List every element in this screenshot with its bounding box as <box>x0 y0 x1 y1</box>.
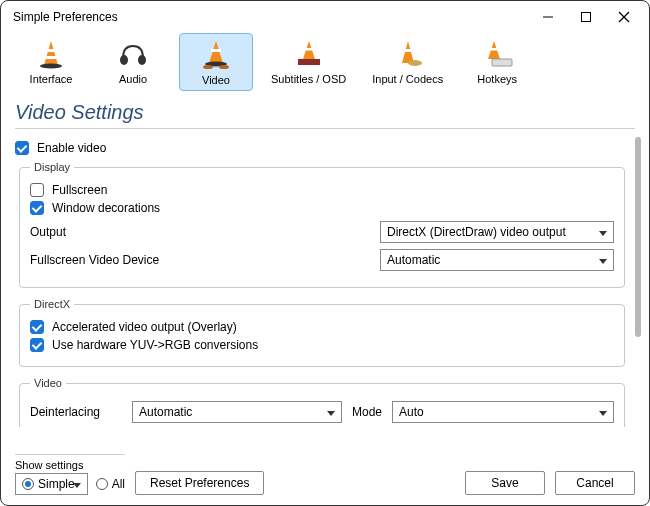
tab-audio[interactable]: Audio <box>97 33 169 91</box>
svg-rect-17 <box>298 59 320 65</box>
footer: Show settings Simple All Reset Preferenc… <box>1 448 649 505</box>
checkbox-label: Use hardware YUV->RGB conversions <box>52 338 258 352</box>
svg-rect-16 <box>305 48 313 51</box>
svg-rect-22 <box>490 48 498 51</box>
fullscreen-device-select[interactable]: Automatic <box>380 249 614 271</box>
tab-label: Video <box>202 74 230 86</box>
svg-point-9 <box>138 55 146 65</box>
svg-rect-19 <box>404 49 412 52</box>
output-label: Output <box>30 225 370 239</box>
cone-icon <box>23 37 79 71</box>
svg-marker-4 <box>44 41 58 65</box>
checkbox-label: Enable video <box>37 141 106 155</box>
tab-label: Hotkeys <box>477 73 517 85</box>
scrollbar[interactable] <box>635 137 641 337</box>
svg-point-20 <box>408 60 422 66</box>
svg-rect-23 <box>492 59 512 66</box>
tab-label: Subtitles / OSD <box>271 73 346 85</box>
svg-rect-1 <box>582 13 591 22</box>
fullscreen-device-label: Fullscreen Video Device <box>30 253 370 267</box>
output-select[interactable]: DirectX (DirectDraw) video output <box>380 221 614 243</box>
cone-disc-icon <box>380 37 436 71</box>
deinterlacing-label: Deinterlacing <box>30 405 122 419</box>
group-legend: Display <box>30 161 74 173</box>
checkbox-label: Window decorations <box>52 201 160 215</box>
window-titlebar: Simple Preferences <box>1 1 649 33</box>
cone-book-icon <box>281 37 337 71</box>
deinterlacing-select[interactable]: Automatic <box>132 401 342 423</box>
fullscreen-checkbox[interactable]: Fullscreen <box>30 183 614 197</box>
tab-label: Audio <box>119 73 147 85</box>
window-decorations-checkbox[interactable]: Window decorations <box>30 201 614 215</box>
close-button[interactable] <box>605 3 643 31</box>
page-title: Video Settings <box>1 99 649 128</box>
checkbox-label: Accelerated video output (Overlay) <box>52 320 237 334</box>
svg-rect-5 <box>47 49 56 52</box>
show-settings-label: Show settings <box>15 459 125 471</box>
svg-point-8 <box>120 55 128 65</box>
svg-rect-11 <box>211 49 221 52</box>
category-tabs: Interface Audio Video Subtitles / OSD In… <box>1 33 649 99</box>
checkbox-label: Fullscreen <box>52 183 107 197</box>
svg-point-13 <box>203 65 213 69</box>
group-legend: Video <box>30 377 66 389</box>
window-title: Simple Preferences <box>13 10 529 24</box>
save-button[interactable]: Save <box>465 471 545 495</box>
divider <box>15 128 635 129</box>
cone-film-icon <box>188 38 244 72</box>
enable-video-checkbox[interactable]: Enable video <box>15 141 629 155</box>
mode-label: Mode <box>352 405 382 419</box>
show-settings-all-radio[interactable]: All <box>96 477 125 491</box>
tab-interface[interactable]: Interface <box>15 33 87 91</box>
show-settings-simple-radio[interactable]: Simple <box>15 473 88 495</box>
yuv-rgb-checkbox[interactable]: Use hardware YUV->RGB conversions <box>30 338 614 352</box>
svg-point-7 <box>40 64 62 69</box>
settings-panel: Enable video Display Fullscreen Window d… <box>15 137 641 427</box>
cancel-button[interactable]: Cancel <box>555 471 635 495</box>
tab-subtitles[interactable]: Subtitles / OSD <box>263 33 354 91</box>
minimize-button[interactable] <box>529 3 567 31</box>
maximize-button[interactable] <box>567 3 605 31</box>
svg-rect-6 <box>46 56 57 59</box>
overlay-checkbox[interactable]: Accelerated video output (Overlay) <box>30 320 614 334</box>
mode-select[interactable]: Auto <box>392 401 614 423</box>
tab-video[interactable]: Video <box>179 33 253 91</box>
headphones-icon <box>105 37 161 71</box>
tab-label: Interface <box>30 73 73 85</box>
reset-preferences-button[interactable]: Reset Preferences <box>135 471 264 495</box>
cone-keyboard-icon <box>469 37 525 71</box>
show-settings-group: Show settings Simple All <box>15 454 125 495</box>
video-group: Video Deinterlacing Automatic Mode Auto … <box>19 377 625 427</box>
directx-group: DirectX Accelerated video output (Overla… <box>19 298 625 367</box>
display-group: Display Fullscreen Window decorations Ou… <box>19 161 625 288</box>
svg-point-14 <box>219 65 229 69</box>
tab-input-codecs[interactable]: Input / Codecs <box>364 33 451 91</box>
tab-label: Input / Codecs <box>372 73 443 85</box>
group-legend: DirectX <box>30 298 74 310</box>
tab-hotkeys[interactable]: Hotkeys <box>461 33 533 91</box>
